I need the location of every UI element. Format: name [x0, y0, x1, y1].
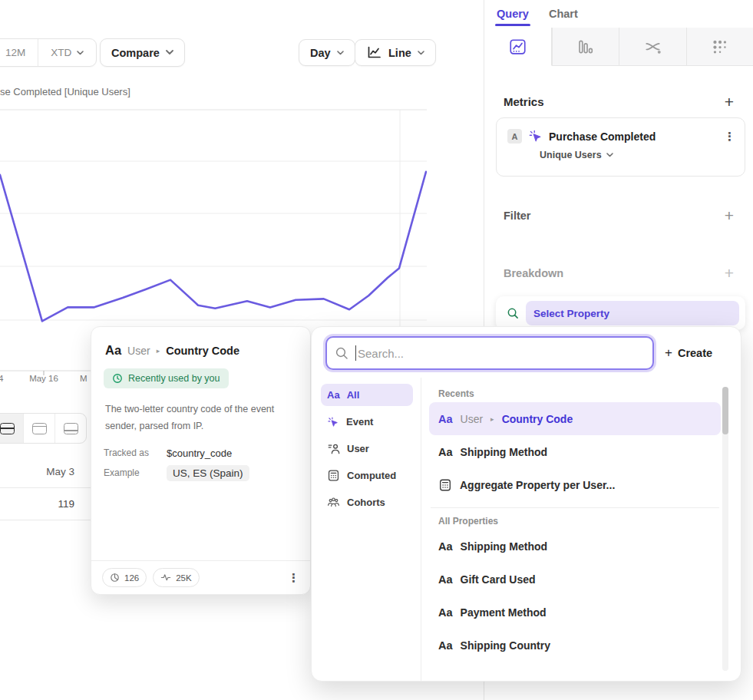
breakdown-section-header: Breakdown +: [504, 265, 734, 281]
metrics-heading: Metrics: [504, 95, 544, 108]
metric-card[interactable]: A Purchase Completed ⋮ Unique Users: [496, 117, 745, 177]
activity-pulse-icon: [160, 573, 171, 583]
chart-series-title: se Completed [Unique Users]: [0, 86, 130, 97]
search-icon: [507, 307, 519, 319]
header-top-layout-button[interactable]: [23, 414, 54, 443]
category-sidebar: Aa All Event User: [312, 378, 421, 682]
breakdown-select-property[interactable]: Select Property: [496, 296, 745, 330]
category-event[interactable]: Event: [321, 411, 413, 433]
item-label: Country Code: [502, 413, 573, 425]
list-item[interactable]: Aa Shipping Method: [429, 435, 721, 468]
split-rows-layout-button[interactable]: [0, 414, 23, 443]
string-type-icon: Aa: [438, 606, 453, 619]
retention-report-button[interactable]: [686, 28, 753, 66]
bar-chart-icon: [576, 38, 594, 55]
property-parent: User: [127, 345, 150, 357]
add-breakdown-button[interactable]: +: [725, 265, 734, 281]
text-cursor: [355, 345, 356, 361]
recents-heading: Recents: [438, 388, 721, 399]
category-user[interactable]: User: [321, 438, 413, 460]
select-property-pill: Select Property: [526, 301, 739, 325]
string-type-icon: Aa: [438, 639, 453, 652]
metric-event-name: Purchase Completed: [549, 130, 718, 143]
retention-dots-icon: [711, 38, 728, 55]
recently-used-label: Recently used by you: [128, 373, 220, 384]
item-parent: User: [461, 413, 484, 425]
range-xtd-button[interactable]: XTD: [38, 39, 96, 66]
breadcrumb-caret-icon: ▸: [490, 415, 494, 423]
search-input[interactable]: [325, 336, 654, 370]
search-icon: [335, 346, 348, 360]
tooltip-footer: 126 25K ⋮: [91, 560, 310, 594]
metric-letter-badge: A: [507, 129, 522, 144]
category-label: All: [347, 389, 360, 401]
footer-bottom-layout-button[interactable]: [54, 414, 86, 443]
active-tab-underline: [495, 24, 530, 26]
granularity-button[interactable]: Day: [299, 39, 355, 66]
date-range-segmented-control: 12M XTD: [0, 38, 97, 67]
all-properties-heading: All Properties: [438, 516, 721, 527]
layout-toggle-group: [0, 413, 87, 444]
tab-query-label: Query: [497, 8, 529, 20]
table-column-header[interactable]: May 3: [0, 466, 74, 477]
split-top-icon: [32, 423, 47, 434]
item-label: Gift Card Used: [461, 573, 536, 586]
category-label: User: [347, 443, 369, 454]
line-chart-icon: [509, 38, 527, 55]
chevron-down-icon: [77, 51, 84, 55]
metric-aggregation-label: Unique Users: [540, 150, 602, 160]
volume-value: 25K: [176, 573, 191, 583]
scrollbar-track[interactable]: [722, 387, 728, 671]
report-type-switcher: [484, 28, 753, 66]
add-metric-button[interactable]: +: [725, 94, 734, 110]
breakdown-heading: Breakdown: [504, 267, 563, 279]
list-divider: [431, 507, 719, 508]
list-item[interactable]: Aa Shipping Country: [429, 629, 721, 662]
category-cohorts[interactable]: Cohorts: [321, 491, 413, 513]
event-sparkle-icon: [528, 129, 543, 144]
item-label: Aggregate Property per User...: [460, 479, 615, 491]
event-sparkle-icon: [327, 416, 339, 428]
chart-type-button[interactable]: Line: [355, 39, 436, 66]
tab-chart-label: Chart: [549, 8, 578, 20]
property-description: The two-letter country code of the event…: [105, 401, 296, 435]
insights-report-button[interactable]: [484, 28, 552, 66]
compare-label: Compare: [111, 47, 160, 59]
range-12m-button[interactable]: 12M: [0, 39, 38, 66]
breadcrumb-caret-icon: ▸: [157, 347, 160, 355]
kebab-menu-icon[interactable]: ⋮: [724, 131, 735, 142]
metric-aggregation-selector[interactable]: Unique Users: [540, 150, 745, 160]
clock-icon: [112, 373, 123, 384]
list-item[interactable]: Aa User ▸ Country Code: [429, 402, 721, 435]
property-name: Country Code: [166, 345, 239, 357]
split-middle-icon: [0, 423, 15, 434]
item-label: Shipping Country: [461, 639, 550, 652]
line-chart-icon: [366, 45, 382, 60]
chart-line: [0, 172, 426, 322]
category-all[interactable]: Aa All: [321, 384, 413, 406]
string-type-icon: Aa: [438, 540, 453, 553]
calculator-icon: [327, 469, 340, 482]
list-item[interactable]: Aggregate Property per User...: [429, 468, 721, 501]
list-item[interactable]: Aa Shipping Method: [429, 530, 721, 563]
tracked-as-value: $country_code: [167, 447, 232, 459]
metrics-section-header: Metrics +: [504, 94, 734, 110]
filter-heading: Filter: [504, 210, 530, 222]
list-item[interactable]: Aa Gift Card Used: [429, 563, 721, 596]
kebab-menu-icon[interactable]: ⋮: [288, 573, 299, 583]
list-item[interactable]: Aa Payment Method: [429, 596, 721, 629]
range-xtd-label: XTD: [51, 47, 71, 58]
category-computed[interactable]: Computed: [321, 464, 413, 487]
flows-report-button[interactable]: [619, 28, 686, 66]
scrollbar-thumb[interactable]: [722, 387, 728, 434]
funnels-report-button[interactable]: [552, 28, 619, 66]
recently-used-badge: Recently used by you: [104, 368, 229, 388]
create-property-button[interactable]: + Create: [665, 345, 712, 361]
chevron-down-icon: [337, 51, 344, 55]
granularity-label: Day: [310, 47, 331, 59]
category-label: Event: [346, 416, 373, 428]
tab-chart[interactable]: Chart: [549, 0, 578, 28]
add-filter-button[interactable]: +: [725, 207, 734, 223]
filter-section-header: Filter +: [504, 207, 734, 223]
compare-button[interactable]: Compare: [100, 38, 185, 67]
